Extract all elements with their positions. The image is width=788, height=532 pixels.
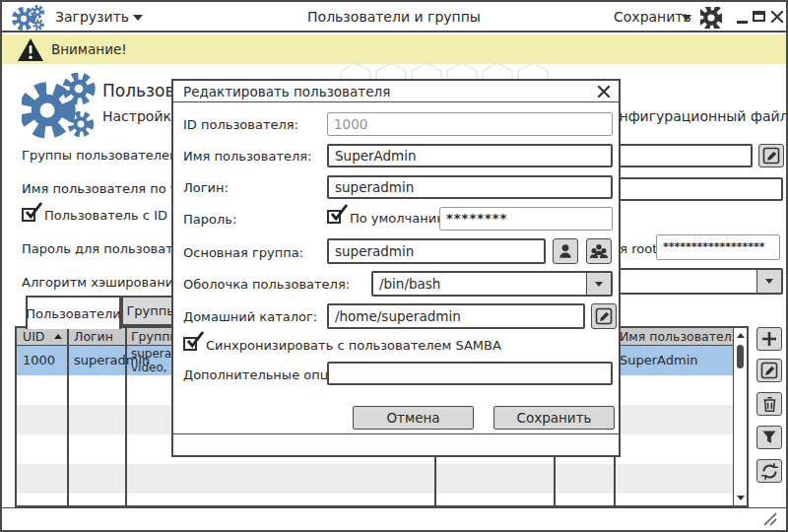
- default-groups-edit-button[interactable]: [758, 144, 784, 167]
- col-header-uid[interactable]: UID: [23, 329, 44, 344]
- col-header-login[interactable]: Логин: [74, 329, 113, 344]
- settings-gear-icon[interactable]: [700, 7, 722, 29]
- maximize-icon[interactable]: [753, 11, 765, 22]
- id-label: ID пользователя:: [183, 117, 298, 132]
- app-window: Загрузить Пользователи и группы Сохранит…: [0, 0, 788, 532]
- checkmark-icon: [329, 205, 349, 221]
- warning-icon: [17, 37, 44, 62]
- filter-button[interactable]: [756, 426, 782, 449]
- cell-uid[interactable]: 1000: [23, 353, 55, 367]
- warning-text: Внимание!: [51, 41, 127, 57]
- tab-groups-label: Группы: [126, 303, 176, 318]
- dialog-footer: [173, 433, 619, 455]
- samba-checkbox[interactable]: [183, 337, 197, 351]
- name-field[interactable]: [327, 144, 613, 167]
- shell-dropdown-button[interactable]: [586, 273, 611, 295]
- people-icon: [589, 242, 609, 260]
- delete-user-button[interactable]: [756, 392, 782, 416]
- funnel-icon: [761, 430, 777, 445]
- column-divider: [67, 328, 69, 505]
- login-field[interactable]: [327, 175, 613, 199]
- pencil-icon: [595, 307, 613, 325]
- checkmark-icon: [24, 203, 43, 219]
- dialog-title: Редактировать пользователя: [183, 84, 390, 100]
- tab-users-label: Пользователи: [26, 306, 121, 321]
- table-scrollbar[interactable]: [733, 328, 747, 505]
- minimize-icon[interactable]: [737, 21, 748, 24]
- cell-name[interactable]: SuperAdmin: [620, 353, 698, 367]
- options-label: Дополнительные опции:: [183, 367, 350, 382]
- uid1000-checkbox[interactable]: [22, 208, 35, 222]
- home-label: Домашний каталог:: [183, 309, 317, 324]
- edit-user-dialog: Редактировать пользователя ID пользовате…: [171, 79, 621, 457]
- id-field: [327, 112, 613, 136]
- save-button-dialog[interactable]: Сохранить: [493, 406, 615, 430]
- refresh-button[interactable]: [756, 459, 782, 483]
- password-label: Пароль:: [183, 212, 236, 227]
- dialog-titlebar: Редактировать пользователя: [173, 81, 619, 102]
- scrollbar-thumb[interactable]: [737, 345, 744, 368]
- resize-grip-icon[interactable]: [762, 512, 778, 526]
- page-subtitle-tail: (конфигурационный файл): [597, 108, 788, 124]
- save-caret-icon[interactable]: [682, 15, 691, 21]
- samba-label: Синхронизировать с пользователем SAMBA: [206, 338, 501, 353]
- scroll-up-icon[interactable]: [737, 333, 745, 338]
- trash-icon: [761, 396, 778, 413]
- name-label: Имя пользователя:: [183, 149, 311, 164]
- scroll-down-icon[interactable]: [737, 496, 745, 500]
- hash-dropdown-button[interactable]: [756, 270, 781, 293]
- password-default-label: По умолчанию: [350, 211, 447, 226]
- add-user-button[interactable]: [756, 327, 782, 351]
- shell-label: Оболочка пользователя:: [183, 277, 350, 292]
- pick-group-button[interactable]: [586, 238, 612, 264]
- pick-user-button[interactable]: [553, 238, 578, 264]
- page-logo-gears: [22, 73, 98, 140]
- chevron-down-icon: [765, 279, 773, 284]
- root-password-input[interactable]: ******************: [656, 234, 780, 260]
- tab-users[interactable]: Пользователи: [26, 296, 121, 329]
- sort-asc-icon[interactable]: [54, 334, 62, 339]
- dialog-close-icon[interactable]: [598, 86, 610, 98]
- person-icon: [557, 242, 574, 260]
- col-header-name[interactable]: Имя пользователя: [620, 329, 739, 344]
- password-field[interactable]: ********: [439, 207, 613, 231]
- edit-user-button[interactable]: [756, 359, 782, 382]
- cancel-button[interactable]: Отмена: [353, 406, 474, 430]
- group-label: Основная группа:: [183, 245, 303, 260]
- pencil-icon: [762, 147, 780, 165]
- close-window-icon[interactable]: [771, 11, 783, 23]
- checkmark-icon: [185, 332, 205, 348]
- shell-value: /bin/bash: [373, 276, 586, 292]
- plus-icon: [762, 332, 776, 346]
- titlebar: Загрузить Пользователи и группы Сохранит…: [2, 2, 786, 33]
- group-field[interactable]: [327, 238, 546, 264]
- chevron-down-icon: [595, 282, 603, 287]
- pencil-icon: [760, 362, 778, 379]
- options-field[interactable]: [327, 362, 613, 385]
- password-default-checkbox[interactable]: [327, 210, 341, 224]
- refresh-icon: [761, 463, 778, 480]
- login-label: Логин:: [183, 180, 229, 195]
- home-field[interactable]: [327, 303, 585, 329]
- status-bar: [2, 507, 786, 530]
- shell-select[interactable]: /bin/bash: [371, 271, 613, 297]
- home-edit-button[interactable]: [591, 303, 617, 329]
- save-button[interactable]: Сохранить: [614, 9, 691, 25]
